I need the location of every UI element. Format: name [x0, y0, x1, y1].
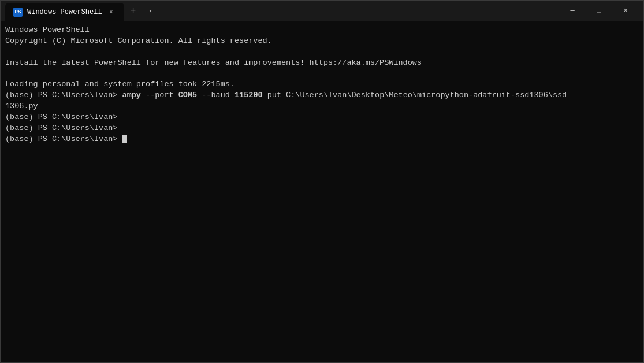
- line-3: Install the latest PowerShell for new fe…: [5, 58, 639, 69]
- tab-title: Windows PowerShell: [27, 8, 102, 16]
- line-4: Loading personal and system profiles too…: [5, 79, 639, 90]
- cmd-put-path: put C:\Users\Ivan\Desktop\Meteo\micropyt…: [263, 91, 567, 99]
- minimize-button[interactable]: ─: [559, 1, 586, 21]
- line-5: (base) PS C:\Users\Ivan> ampy --port COM…: [5, 90, 639, 101]
- cmd-baud-val: 115200: [234, 91, 263, 99]
- cmd-ampy: ampy: [122, 91, 141, 99]
- line-5b: 1306.py: [5, 101, 639, 112]
- tab-dropdown-button[interactable]: ▾: [143, 3, 159, 19]
- cmd-baud-flag: --baud: [197, 91, 234, 99]
- line-empty-2: [5, 69, 639, 80]
- line-8: (base) PS C:\Users\Ivan>: [5, 134, 639, 145]
- title-bar-left: PS Windows PowerShell × + ▾: [5, 1, 559, 21]
- line-7: (base) PS C:\Users\Ivan>: [5, 123, 639, 134]
- window-controls: ─ □ ×: [559, 1, 639, 21]
- line-2: Copyright (C) Microsoft Corporation. All…: [5, 36, 639, 47]
- close-button[interactable]: ×: [612, 1, 639, 21]
- line-1: Windows PowerShell: [5, 25, 639, 36]
- active-tab[interactable]: PS Windows PowerShell ×: [5, 3, 124, 21]
- line-empty-1: [5, 47, 639, 58]
- prompt-1: (base) PS C:\Users\Ivan>: [5, 91, 122, 99]
- powershell-icon: PS: [13, 8, 23, 17]
- powershell-window: PS Windows PowerShell × + ▾ ─: [0, 0, 644, 363]
- line-6: (base) PS C:\Users\Ivan>: [5, 112, 639, 123]
- maximize-button[interactable]: □: [586, 1, 612, 21]
- cmd-port-flag: --port: [141, 91, 178, 99]
- tab-close-button[interactable]: ×: [107, 8, 116, 17]
- tab-area: PS Windows PowerShell × + ▾: [5, 1, 159, 21]
- new-tab-button[interactable]: +: [125, 3, 142, 19]
- terminal-body[interactable]: Windows PowerShell Copyright (C) Microso…: [1, 21, 643, 362]
- title-bar: PS Windows PowerShell × + ▾ ─: [1, 1, 643, 21]
- cursor: [122, 135, 127, 143]
- cmd-com5: COM5: [178, 91, 197, 99]
